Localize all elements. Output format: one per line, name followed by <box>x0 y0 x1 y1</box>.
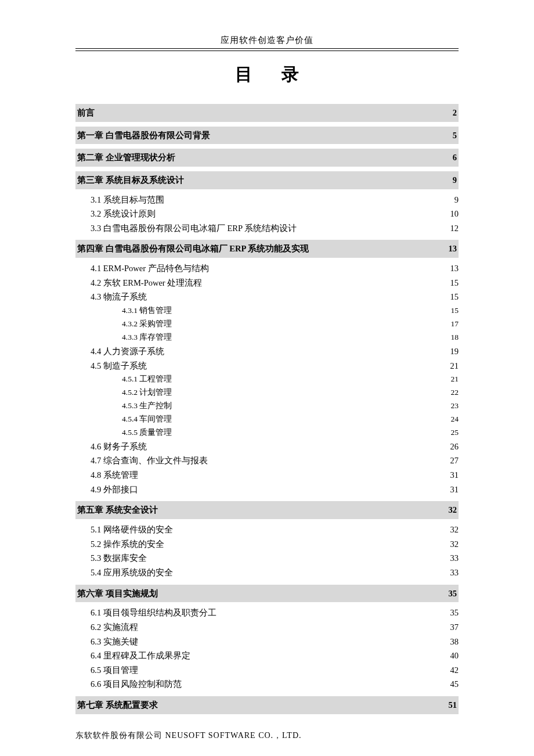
toc-entry-label: 5.1 网络硬件级的安全 <box>91 523 173 537</box>
toc-entry-label: 第六章 项目实施规划 <box>77 586 158 601</box>
toc-entry-page: 26 <box>450 440 459 454</box>
toc-entry-label: 3.2 系统设计原则 <box>91 207 156 221</box>
toc-entry-page: 32 <box>450 523 459 537</box>
toc-entry-page: 24 <box>451 413 459 426</box>
toc-entry-label: 3.1 系统目标与范围 <box>91 193 164 207</box>
toc-entry-label: 6.4 里程碑及工作成果界定 <box>91 649 190 663</box>
toc-entry-label: 5.4 应用系统级的安全 <box>91 566 173 580</box>
toc-entry: 5.1 网络硬件级的安全32 <box>75 523 459 537</box>
toc-entry-page: 18 <box>451 331 459 344</box>
toc-entry: 4.9 外部接口31 <box>75 483 459 497</box>
toc-entry: 4.5.4 车间管理24 <box>75 413 459 426</box>
toc-entry: 4.5.3 生产控制23 <box>75 399 459 413</box>
toc-entry-page: 23 <box>451 399 459 413</box>
toc-entry-label: 6.6 项目风险控制和防范 <box>91 677 182 692</box>
toc-entry: 5.2 操作系统的安全32 <box>75 537 459 552</box>
toc-entry-page: 51 <box>449 698 457 712</box>
toc-entry-label: 第五章 系统安全设计 <box>77 503 158 517</box>
toc-entry: 4.4 人力资源子系统19 <box>75 344 459 359</box>
toc-entry: 3.3 白雪电器股份有限公司电冰箱厂 ERP 系统结构设计12 <box>75 221 459 236</box>
toc-entry-label: 4.3.2 采购管理 <box>122 318 172 331</box>
toc-entry: 6.5 项目管理42 <box>75 663 459 678</box>
toc-entry-label: 4.3 物流子系统 <box>91 290 147 304</box>
toc-entry-page: 21 <box>450 359 459 373</box>
toc-entry-page: 42 <box>450 663 459 678</box>
toc-entry: 4.3.2 采购管理17 <box>75 318 459 331</box>
toc-entry: 前言2 <box>75 104 459 122</box>
toc-entry: 5.4 应用系统级的安全33 <box>75 566 459 580</box>
toc-entry-page: 33 <box>450 551 459 566</box>
toc-entry-page: 40 <box>450 649 459 663</box>
toc-entry-page: 31 <box>450 483 459 497</box>
toc-entry: 4.5.2 计划管理22 <box>75 386 459 399</box>
table-of-contents: 前言2第一章 白雪电器股份有限公司背景5第二章 企业管理现状分析6第三章 系统目… <box>75 104 459 714</box>
toc-entry: 第四章 白雪电器股份有限公司电冰箱厂 ERP 系统功能及实现13 <box>75 240 459 258</box>
toc-entry-label: 4.3.1 销售管理 <box>122 304 172 318</box>
toc-entry-page: 15 <box>450 276 459 290</box>
toc-entry-label: 前言 <box>77 106 95 120</box>
toc-entry-label: 4.9 外部接口 <box>91 483 138 497</box>
toc-entry-page: 22 <box>451 386 459 399</box>
toc-entry-label: 4.2 东软 ERM-Power 处理流程 <box>91 276 202 290</box>
toc-entry: 6.3 实施关键38 <box>75 635 459 649</box>
toc-entry: 第一章 白雪电器股份有限公司背景5 <box>75 127 459 145</box>
toc-entry-label: 5.3 数据库安全 <box>91 551 147 566</box>
toc-entry-label: 6.1 项目领导组织结构及职责分工 <box>91 606 217 620</box>
toc-entry: 4.8 系统管理31 <box>75 468 459 483</box>
toc-entry-label: 第二章 企业管理现状分析 <box>77 150 175 165</box>
toc-entry-page: 31 <box>450 468 459 483</box>
toc-entry-page: 25 <box>451 426 459 440</box>
toc-entry-label: 第七章 系统配置要求 <box>77 698 158 712</box>
toc-entry-page: 9 <box>454 193 459 207</box>
toc-entry-page: 15 <box>451 304 459 318</box>
toc-entry: 5.3 数据库安全33 <box>75 551 459 566</box>
toc-entry: 6.6 项目风险控制和防范45 <box>75 677 459 692</box>
toc-entry: 第二章 企业管理现状分析6 <box>75 149 459 167</box>
toc-entry-page: 15 <box>450 290 459 304</box>
toc-entry-page: 37 <box>450 620 459 635</box>
toc-entry: 第六章 项目实施规划35 <box>75 585 459 603</box>
toc-entry-page: 9 <box>453 173 457 188</box>
toc-entry-label: 4.5.5 质量管理 <box>122 426 172 440</box>
toc-entry-page: 2 <box>453 106 457 120</box>
toc-entry-label: 4.6 财务子系统 <box>91 440 147 454</box>
toc-entry: 4.3 物流子系统15 <box>75 290 459 304</box>
toc-entry-label: 4.4 人力资源子系统 <box>91 344 164 359</box>
toc-heading: 目录 <box>75 63 459 87</box>
toc-entry: 第五章 系统安全设计32 <box>75 501 459 519</box>
toc-entry-label: 4.5.4 车间管理 <box>122 413 172 426</box>
toc-entry-page: 10 <box>450 207 459 221</box>
toc-entry: 第七章 系统配置要求51 <box>75 696 459 714</box>
toc-entry-page: 17 <box>451 318 459 331</box>
toc-entry-label: 第一章 白雪电器股份有限公司背景 <box>77 128 210 143</box>
toc-entry-label: 6.5 项目管理 <box>91 663 138 678</box>
toc-entry-label: 第三章 系统目标及系统设计 <box>77 173 184 188</box>
toc-entry-page: 32 <box>450 537 459 552</box>
toc-entry-label: 4.5.1 工程管理 <box>122 373 172 386</box>
toc-entry-page: 35 <box>450 606 459 620</box>
toc-entry-page: 21 <box>451 373 459 386</box>
toc-entry: 3.1 系统目标与范围9 <box>75 193 459 207</box>
toc-entry-page: 33 <box>450 566 459 580</box>
toc-entry-label: 4.8 系统管理 <box>91 468 138 483</box>
toc-entry-label: 4.7 综合查询、作业文件与报表 <box>91 453 208 468</box>
toc-entry: 4.2 东软 ERM-Power 处理流程15 <box>75 276 459 290</box>
page-container: 应用软件创造客户价值 目录 前言2第一章 白雪电器股份有限公司背景5第二章 企业… <box>0 0 534 756</box>
toc-entry-page: 13 <box>450 261 459 276</box>
toc-entry-label: 4.5.2 计划管理 <box>122 386 172 399</box>
toc-entry: 4.1 ERM-Power 产品特色与结构13 <box>75 261 459 276</box>
toc-entry-page: 5 <box>453 128 457 143</box>
toc-entry-page: 45 <box>450 677 459 692</box>
toc-entry-page: 35 <box>449 586 457 601</box>
toc-entry: 3.2 系统设计原则10 <box>75 207 459 221</box>
toc-entry-label: 第四章 白雪电器股份有限公司电冰箱厂 ERP 系统功能及实现 <box>77 242 309 256</box>
toc-entry: 第三章 系统目标及系统设计9 <box>75 171 459 189</box>
toc-entry-page: 12 <box>450 221 459 236</box>
page-header-title: 应用软件创造客户价值 <box>75 35 459 46</box>
toc-entry-label: 6.2 实施流程 <box>91 620 138 635</box>
toc-entry: 6.2 实施流程37 <box>75 620 459 635</box>
toc-entry-label: 4.5 制造子系统 <box>91 359 147 373</box>
footer-company: 东软软件股份有限公司 NEUSOFT SOFTWARE CO.，LTD. <box>75 730 459 741</box>
toc-entry-page: 32 <box>449 503 457 517</box>
toc-entry: 4.5.5 质量管理25 <box>75 426 459 440</box>
